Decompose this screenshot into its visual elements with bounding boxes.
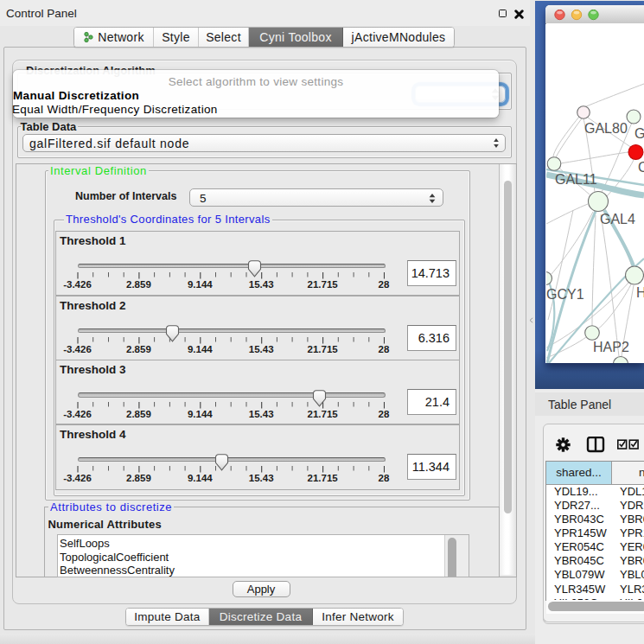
svg-text:GCY1: GCY1 xyxy=(546,287,584,302)
svg-text:GAL80: GAL80 xyxy=(584,121,628,136)
svg-text:H: H xyxy=(636,285,644,300)
svg-text:HAP2: HAP2 xyxy=(593,340,629,354)
svg-text:C: C xyxy=(638,160,644,175)
svg-text:GA: GA xyxy=(634,126,644,141)
svg-text:GAL11: GAL11 xyxy=(555,172,597,187)
svg-text:GAL4: GAL4 xyxy=(600,212,635,226)
